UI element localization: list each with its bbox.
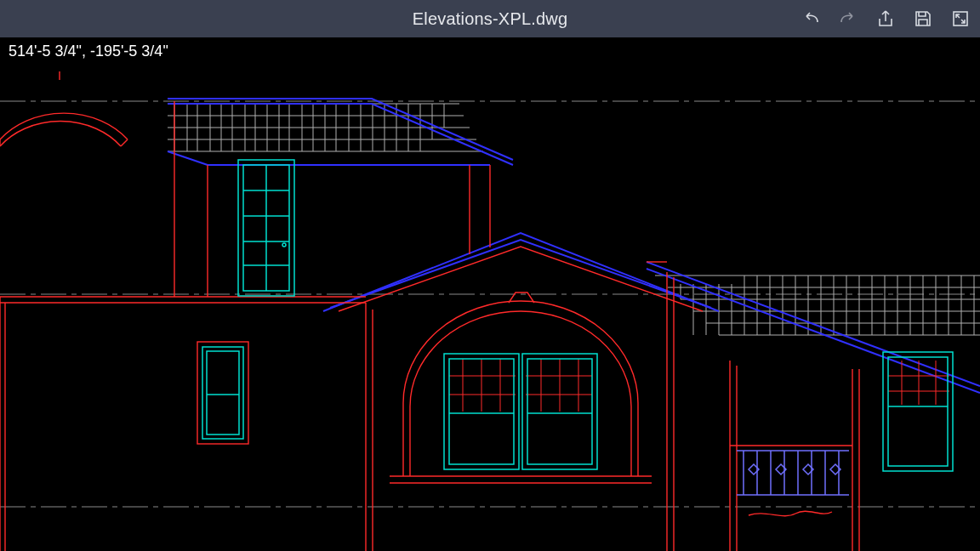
redo-icon [838, 10, 858, 27]
close-icon [14, 11, 30, 26]
svg-line-67 [121, 139, 128, 146]
fullscreen-button[interactable] [949, 8, 971, 30]
share-button[interactable] [875, 8, 897, 30]
titlebar-actions [800, 0, 971, 37]
redo-button[interactable] [837, 8, 859, 30]
svg-rect-83 [197, 342, 248, 444]
svg-rect-114 [207, 351, 239, 435]
svg-rect-123 [888, 357, 948, 466]
drawing-canvas[interactable] [0, 37, 980, 551]
undo-icon [801, 10, 821, 27]
cad-drawing [0, 37, 980, 551]
save-button[interactable] [912, 8, 934, 30]
close-button[interactable] [10, 0, 34, 37]
svg-point-112 [282, 243, 286, 247]
undo-button[interactable] [800, 8, 822, 30]
save-icon [914, 9, 932, 28]
share-icon [876, 9, 895, 28]
svg-line-0 [16, 13, 28, 25]
titlebar: Elevations-XPL.dwg [0, 0, 980, 37]
expand-icon [951, 9, 970, 28]
svg-line-1 [16, 13, 28, 25]
svg-rect-113 [202, 347, 243, 439]
